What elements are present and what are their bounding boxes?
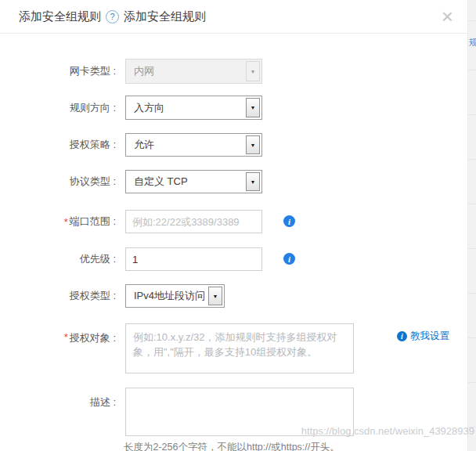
dialog-title: 添加安全组规则 [19, 9, 101, 24]
required-asterisk: * [64, 216, 68, 228]
direction-label: 规则方向 : [0, 96, 116, 120]
description-label: 描述 : [0, 388, 116, 436]
auth-type-value: IPv4地址段访问 [134, 285, 205, 307]
chevron-down-icon[interactable]: ▼ [208, 287, 222, 305]
port-range-input[interactable] [125, 210, 262, 233]
policy-select[interactable]: 允许 ▼ [125, 133, 262, 157]
background-text-fragment: 规 [469, 36, 476, 49]
add-security-group-rule-dialog: 添加安全组规则 ? 添加安全组规则 × 网卡类型 : 内网 ▼ 规则方向 : 入… [0, 0, 467, 451]
info-icon[interactable]: i [283, 253, 295, 265]
help-question-icon[interactable]: ? [106, 10, 119, 23]
nic-type-label: 网卡类型 : [0, 59, 116, 84]
dialog-header: 添加安全组规则 ? 添加安全组规则 × [0, 0, 467, 34]
auth-type-select[interactable]: IPv4地址段访问 ▼ [125, 284, 225, 308]
auth-type-label: 授权类型 : [0, 284, 116, 308]
policy-label: 授权策略 : [0, 133, 116, 157]
priority-label: 优先级 : [0, 247, 116, 271]
protocol-select[interactable]: 自定义 TCP ▼ [125, 170, 262, 193]
row-protocol: 协议类型 : 自定义 TCP ▼ [0, 170, 467, 193]
dialog-title-repeat: 添加安全组规则 [124, 9, 206, 24]
chevron-down-icon: ▼ [246, 61, 260, 81]
teach-me-label: 教我设置 [410, 330, 449, 343]
chevron-down-icon[interactable]: ▼ [246, 135, 260, 154]
close-icon[interactable]: × [442, 3, 453, 30]
row-auth-type: 授权类型 : IPv4地址段访问 ▼ [0, 284, 467, 308]
background-page-strip [467, 0, 476, 451]
info-icon: i [397, 331, 407, 341]
row-auth-object: *授权对象 : i 教我设置 [0, 323, 467, 373]
auth-object-textarea[interactable] [125, 323, 354, 373]
port-range-label: *端口范围 : [0, 210, 116, 233]
priority-input[interactable] [125, 247, 262, 271]
auth-object-label: *授权对象 : [0, 323, 116, 373]
info-icon[interactable]: i [283, 215, 295, 227]
nic-type-value: 内网 [134, 60, 243, 83]
policy-value: 允许 [134, 134, 243, 156]
dialog-title-wrap: 添加安全组规则 ? 添加安全组规则 [19, 0, 206, 33]
row-policy: 授权策略 : 允许 ▼ [0, 133, 467, 157]
protocol-label: 协议类型 : [0, 170, 116, 193]
required-asterisk: * [64, 331, 68, 343]
direction-value: 入方向 [134, 96, 243, 119]
row-direction: 规则方向 : 入方向 ▼ [0, 96, 467, 120]
protocol-value: 自定义 TCP [134, 171, 243, 193]
chevron-down-icon[interactable]: ▼ [246, 98, 260, 117]
watermark-text: https://blog.csdn.net/weixin_43928939 [301, 425, 474, 437]
row-nic-type: 网卡类型 : 内网 ▼ [0, 59, 467, 84]
row-priority: 优先级 : i [0, 247, 467, 271]
nic-type-select: 内网 ▼ [125, 59, 262, 84]
row-port-range: *端口范围 : i [0, 210, 467, 233]
direction-select[interactable]: 入方向 ▼ [125, 96, 262, 120]
chevron-down-icon[interactable]: ▼ [246, 172, 260, 191]
teach-me-link[interactable]: i 教我设置 [397, 330, 449, 343]
description-hint: 长度为2-256个字符，不能以http://或https://开头。 [124, 441, 340, 451]
